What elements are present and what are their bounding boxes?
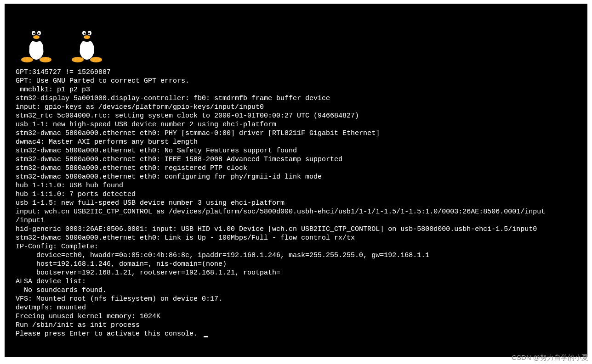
terminal-line: input: wch.cn USB2IIC_CTP_CONTROL as /de… [16, 207, 576, 216]
terminal-line: stm32-dwmac 5800a000.ethernet eth0: regi… [16, 164, 576, 173]
terminal-window[interactable]: GPT:3145727 != 15269887GPT: Use GNU Part… [5, 4, 587, 357]
svg-point-22 [74, 41, 80, 56]
terminal-line: stm32-dwmac 5800a000.ethernet eth0: IEEE… [16, 155, 576, 164]
tux-penguin-icon [20, 23, 52, 64]
terminal-line: stm32-dwmac 5800a000.ethernet eth0: No S… [16, 146, 576, 155]
terminal-line: devtmpfs: mounted [16, 303, 576, 312]
terminal-line: Freeing unused kernel memory: 1024K [16, 312, 576, 321]
svg-point-23 [94, 41, 99, 56]
svg-point-1 [29, 39, 44, 60]
svg-point-2 [29, 27, 44, 42]
terminal-line: stm32-dwmac 5800a000.ethernet eth0: Link… [16, 234, 576, 242]
terminal-line: IP-Config: Complete: [16, 242, 576, 251]
terminal-line: stm32_rtc 5c004000.rtc: setting system c… [16, 112, 576, 120]
svg-point-19 [84, 35, 90, 39]
terminal-line: Run /sbin/init as init process [16, 321, 576, 330]
watermark-text: CSDN @努力自学的小夏 [512, 353, 588, 362]
svg-point-18 [88, 33, 90, 34]
terminal-line: device=eth0, hwaddr=0a:05:c0:4b:86:8c, i… [16, 251, 576, 260]
terminal-line: dwmac4: Master AXI performs any burst le… [16, 138, 576, 146]
terminal-line: stm32-dwmac 5800a000.ethernet eth0: PHY … [16, 129, 576, 138]
terminal-line: No soundcards found. [16, 286, 576, 295]
svg-point-8 [21, 57, 33, 62]
svg-point-11 [43, 41, 49, 56]
svg-point-6 [38, 33, 40, 34]
terminal-line: bootserver=192.168.1.21, rootserver=192.… [16, 269, 576, 277]
terminal-line: hub 1-1:1.0: 7 ports detected [16, 190, 576, 199]
terminal-line: stm32-dwmac 5800a000.ethernet eth0: conf… [16, 173, 576, 181]
terminal-line: usb 1-1.5: new full-speed USB device num… [16, 199, 576, 207]
cursor-icon [204, 336, 208, 337]
terminal-line: GPT:3145727 != 15269887 [16, 68, 576, 77]
terminal-line: input: gpio-keys as /devices/platform/gp… [16, 103, 576, 112]
terminal-line: usb 1-1: new high-speed USB device numbe… [16, 120, 576, 129]
svg-point-5 [33, 33, 35, 34]
terminal-line: VFS: Mounted root (nfs filesystem) on de… [16, 295, 576, 303]
terminal-line: ALSA device list: [16, 277, 576, 286]
terminal-line: Please press Enter to activate this cons… [16, 330, 576, 338]
svg-point-17 [84, 33, 85, 34]
terminal-line: /input1 [16, 216, 576, 225]
terminal-line: stm32-display 5a001000.display-controlle… [16, 94, 576, 103]
svg-point-20 [72, 57, 84, 62]
svg-point-10 [24, 41, 29, 56]
svg-point-7 [33, 35, 40, 39]
tux-logos [20, 23, 576, 64]
svg-point-14 [80, 27, 94, 42]
terminal-output: GPT:3145727 != 15269887GPT: Use GNU Part… [16, 68, 576, 338]
svg-point-9 [40, 57, 51, 62]
tux-penguin-icon [71, 23, 103, 64]
terminal-line: mmcblk1: p1 p2 p3 [16, 85, 576, 94]
svg-point-13 [80, 39, 94, 60]
terminal-line: hub 1-1:1.0: USB hub found [16, 181, 576, 190]
svg-point-21 [90, 57, 102, 62]
terminal-line: host=192.168.1.246, domain=, nis-domain=… [16, 260, 576, 269]
terminal-line: GPT: Use GNU Parted to correct GPT error… [16, 77, 576, 85]
terminal-line: hid-generic 0003:26AE:8506.0001: input: … [16, 225, 576, 234]
